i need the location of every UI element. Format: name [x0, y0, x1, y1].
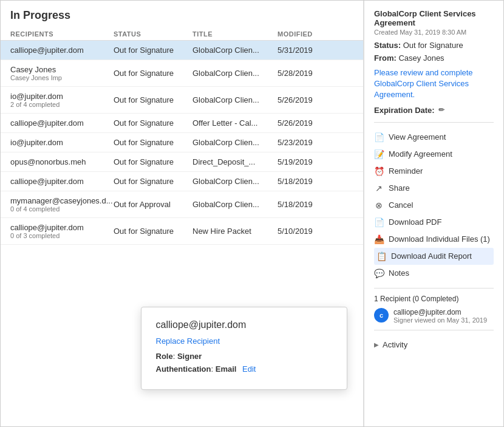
share-icon: ↗ [374, 183, 384, 193]
recipient-name: opus@nonorbus.meh [10, 157, 114, 166]
recipient-sub: 2 of 4 completed [10, 101, 114, 108]
popup-role-field: Role: Signer [156, 352, 332, 361]
activity-chevron-icon: ▶ [374, 341, 379, 348]
table-row[interactable]: calliope@jupiter.dom Out for Signature G… [1, 172, 363, 191]
agreement-title: GlobalCorp Client Services Agreement [374, 9, 494, 27]
action-view-agreement[interactable]: 📄 View Agreement [374, 129, 494, 146]
table-row[interactable]: opus@nonorbus.meh Out for Signature Dire… [1, 152, 363, 172]
cell-date: 5/28/2019 [278, 69, 326, 78]
agreement-created: Created May 31, 2019 8:30 AM [374, 29, 494, 36]
popup-edit-link[interactable]: Edit [242, 364, 256, 374]
status-label: Status: [374, 41, 401, 50]
from-row: From: Casey Jones [374, 53, 494, 63]
activity-row[interactable]: ▶ Activity [374, 336, 494, 353]
cell-status: Out for Approval [114, 200, 192, 209]
cell-title: Offer Letter - Cal... [192, 118, 278, 128]
download-pdf-icon: 📄 [374, 217, 384, 227]
table-row[interactable]: io@jupiter.dom Out for Signature GlobalC… [1, 133, 363, 152]
popup-auth-field: Authentication: Email Edit [156, 364, 332, 374]
cell-recipient: io@jupiter.dom [10, 138, 114, 147]
reminder-icon: ⏰ [374, 166, 384, 176]
table-row[interactable]: calliope@jupiter.dom Out for Signature G… [1, 41, 363, 60]
action-share[interactable]: ↗ Share [374, 180, 494, 197]
cell-recipient: calliope@jupiter.dom 0 of 3 completed [10, 223, 114, 239]
expiration-label: Expiration Date: [374, 106, 435, 115]
recipient-name: calliope@jupiter.dom [10, 118, 114, 128]
table-row[interactable]: mymanager@caseyjones.d... 0 of 4 complet… [1, 191, 363, 218]
header-status: STATUS [114, 30, 192, 38]
action-cancel[interactable]: ⊗ Cancel [374, 197, 494, 214]
modify-agreement-label: Modify Agreement [389, 149, 452, 159]
recipient-sub: 0 of 4 completed [10, 205, 114, 213]
action-download-pdf[interactable]: 📄 Download PDF [374, 214, 494, 231]
cell-status: Out for Signature [114, 177, 192, 186]
action-reminder[interactable]: ⏰ Reminder [374, 163, 494, 180]
action-notes[interactable]: 💬 Notes [374, 265, 494, 282]
table-row[interactable]: Casey Jones Casey Jones Imp Out for Sign… [1, 60, 363, 87]
replace-recipient-link[interactable]: Replace Recipient [156, 336, 332, 346]
download-audit-label: Download Audit Report [391, 251, 472, 261]
recipient-avatar: c [374, 308, 389, 323]
cancel-icon: ⊗ [374, 200, 384, 210]
cell-date: 5/31/2019 [278, 46, 326, 55]
cell-title: New Hire Packet [192, 227, 278, 236]
popup-email: calliope@jupiter.dom [156, 319, 332, 330]
cell-date: 5/23/2019 [278, 138, 326, 147]
recipient-name: mymanager@caseyjones.d... [10, 196, 114, 205]
header-recipients: RECIPIENTS [10, 30, 114, 38]
action-download-audit[interactable]: 📋 Download Audit Report [374, 248, 494, 265]
table-row[interactable]: calliope@jupiter.dom Out for Signature O… [1, 114, 363, 133]
popup-auth-value: Email [216, 364, 237, 374]
share-label: Share [389, 183, 410, 193]
recipient-item: c calliope@jupiter.dom Signer viewed on … [374, 308, 494, 324]
cell-date: 5/10/2019 [278, 227, 326, 236]
description-text: Please review and complete GlobalCorp Cl… [374, 67, 494, 101]
download-individual-icon: 📥 [374, 234, 384, 244]
recipient-info: calliope@jupiter.dom Signer viewed on Ma… [393, 308, 487, 324]
cell-status: Out for Signature [114, 46, 192, 55]
page-title: In Progress [1, 1, 363, 28]
cell-recipient: calliope@jupiter.dom [10, 177, 114, 186]
cell-status: Out for Signature [114, 157, 192, 166]
recipient-viewed: Signer viewed on May 31, 2019 [393, 316, 487, 324]
app-container: In Progress RECIPIENTS STATUS TITLE MODI… [0, 0, 504, 427]
cell-date: 5/18/2019 [278, 200, 326, 209]
cell-title: GlobalCorp Clien... [192, 177, 278, 186]
cell-status: Out for Signature [114, 69, 192, 78]
table-row[interactable]: calliope@jupiter.dom 0 of 3 completed Ou… [1, 218, 363, 245]
table-row[interactable]: io@jupiter.dom 2 of 4 completed Out for … [1, 87, 363, 114]
header-modified: MODIFIED [278, 30, 326, 38]
right-panel: GlobalCorp Client Services Agreement Cre… [364, 1, 503, 426]
notes-icon: 💬 [374, 268, 384, 278]
cell-recipient: io@jupiter.dom 2 of 4 completed [10, 92, 114, 108]
cell-recipient: Casey Jones Casey Jones Imp [10, 65, 114, 81]
recipient-popup: calliope@jupiter.dom Replace Recipient R… [141, 307, 347, 390]
status-row: Status: Out for Signature [374, 41, 494, 50]
notes-label: Notes [389, 268, 409, 278]
left-panel: In Progress RECIPIENTS STATUS TITLE MODI… [1, 1, 364, 426]
cell-status: Out for Signature [114, 118, 192, 128]
recipient-name: calliope@jupiter.dom [10, 223, 114, 232]
cell-title: GlobalCorp Clien... [192, 95, 278, 104]
recipient-name: Casey Jones [10, 65, 114, 74]
recipient-sub: Casey Jones Imp [10, 74, 114, 81]
from-value: Casey Jones [398, 53, 444, 63]
table-header: RECIPIENTS STATUS TITLE MODIFIED [1, 28, 363, 41]
recipient-name: io@jupiter.dom [10, 138, 114, 147]
header-title: TITLE [192, 30, 278, 38]
cell-recipient: mymanager@caseyjones.d... 0 of 4 complet… [10, 196, 114, 213]
recipient-panel-email: calliope@jupiter.dom [393, 308, 487, 316]
action-modify-agreement[interactable]: 📝 Modify Agreement [374, 146, 494, 163]
popup-role-label: Role [156, 352, 173, 361]
expiration-edit-icon[interactable]: ✏ [438, 106, 444, 114]
action-download-individual[interactable]: 📥 Download Individual Files (1) [374, 231, 494, 248]
status-value: Out for Signature [403, 41, 463, 50]
cell-status: Out for Signature [114, 95, 192, 104]
from-label: From: [374, 53, 397, 63]
download-pdf-label: Download PDF [389, 217, 441, 227]
cell-recipient: opus@nonorbus.meh [10, 157, 114, 166]
cell-date: 5/19/2019 [278, 157, 326, 166]
cell-title: GlobalCorp Clien... [192, 69, 278, 78]
cell-date: 5/18/2019 [278, 177, 326, 186]
cell-date: 5/26/2019 [278, 118, 326, 128]
